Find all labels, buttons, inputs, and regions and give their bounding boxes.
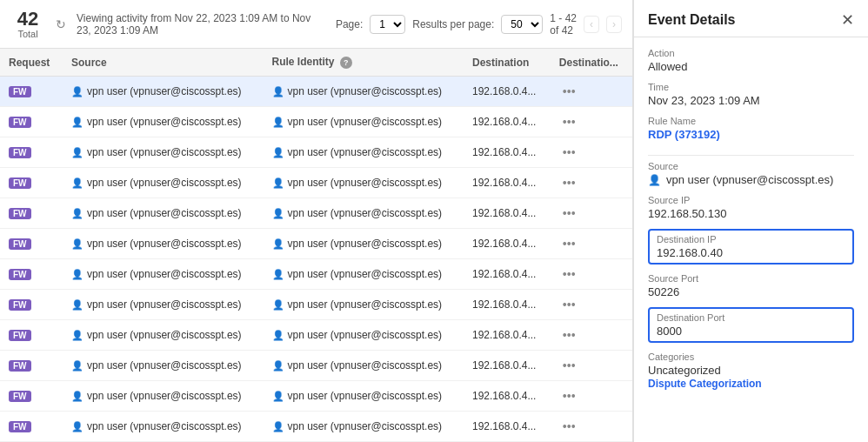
row-more-button[interactable]: ••• xyxy=(559,296,579,313)
ip-text: 192.168.0.4... xyxy=(472,359,536,372)
fw-badge: FW xyxy=(9,269,31,280)
table-row[interactable]: FW 👤vpn user (vpnuser@ciscosspt.es) 👤vpn… xyxy=(0,351,632,381)
cell-source: 👤vpn user (vpnuser@ciscosspt.es) xyxy=(63,351,264,381)
table-row[interactable]: FW 👤vpn user (vpnuser@ciscosspt.es) 👤vpn… xyxy=(0,229,632,259)
viewing-text: Viewing activity from Nov 22, 2023 1:09 … xyxy=(77,12,325,37)
rule-name-field: Rule Name RDP (373192) xyxy=(648,116,854,141)
table-row[interactable]: FW 👤vpn user (vpnuser@ciscosspt.es) 👤vpn… xyxy=(0,77,632,107)
rule-user-icon: 👤 xyxy=(272,147,284,157)
row-more-button[interactable]: ••• xyxy=(559,235,579,252)
refresh-icon[interactable]: ↻ xyxy=(56,17,66,31)
row-more-button[interactable]: ••• xyxy=(559,357,579,374)
next-page-button[interactable]: › xyxy=(606,16,622,33)
cell-destination: 192.168.0.4... xyxy=(464,412,551,442)
cell-destination-extra: ••• xyxy=(551,412,632,442)
source-label: Source xyxy=(648,161,854,171)
action-label: Action xyxy=(648,48,854,58)
row-more-button[interactable]: ••• xyxy=(559,204,579,222)
cell-destination: 192.168.0.4... xyxy=(464,168,551,198)
rule-user-icon: 👤 xyxy=(272,421,284,432)
cell-destination: 192.168.0.4... xyxy=(464,107,551,137)
user-icon: 👤 xyxy=(71,360,83,371)
cell-badge: FW xyxy=(0,320,63,351)
table-row[interactable]: FW 👤vpn user (vpnuser@ciscosspt.es) 👤vpn… xyxy=(0,290,632,320)
cell-source: 👤vpn user (vpnuser@ciscosspt.es) xyxy=(63,290,264,320)
cell-rule: 👤vpn user (vpnuser@ciscosspt.es) xyxy=(264,77,464,107)
cell-destination-extra: ••• xyxy=(551,198,632,229)
dest-port-value: 8000 xyxy=(657,325,845,338)
dest-ip-value: 192.168.0.40 xyxy=(657,246,845,259)
prev-page-button[interactable]: ‹ xyxy=(584,16,599,33)
row-more-button[interactable]: ••• xyxy=(559,83,579,100)
total-number: 42 xyxy=(17,10,38,29)
panel-header: Event Details ✕ xyxy=(634,0,868,37)
panel-body: Action Allowed Time Nov 23, 2023 1:09 AM… xyxy=(634,37,868,409)
fw-badge: FW xyxy=(9,421,31,432)
col-source: Source xyxy=(63,49,264,77)
row-more-button[interactable]: ••• xyxy=(559,418,579,435)
table-row[interactable]: FW 👤vpn user (vpnuser@ciscosspt.es) 👤vpn… xyxy=(0,259,632,290)
rule-identity-help-icon[interactable]: ? xyxy=(340,57,352,69)
fw-badge: FW xyxy=(9,238,31,250)
cell-source: 👤vpn user (vpnuser@ciscosspt.es) xyxy=(63,168,264,198)
time-field: Time Nov 23, 2023 1:09 AM xyxy=(648,82,854,107)
table-row[interactable]: FW 👤vpn user (vpnuser@ciscosspt.es) 👤vpn… xyxy=(0,381,632,412)
source-ip-value: 192.168.50.130 xyxy=(648,207,854,220)
cell-badge: FW xyxy=(0,137,63,168)
row-more-button[interactable]: ••• xyxy=(559,326,579,344)
cell-destination: 192.168.0.4... xyxy=(464,259,551,290)
cell-badge: FW xyxy=(0,229,63,259)
time-label: Time xyxy=(648,82,854,92)
cell-source: 👤vpn user (vpnuser@ciscosspt.es) xyxy=(63,412,264,442)
rule-user-icon: 👤 xyxy=(272,86,284,97)
table-row[interactable]: FW 👤vpn user (vpnuser@ciscosspt.es) 👤vpn… xyxy=(0,168,632,198)
cell-badge: FW xyxy=(0,168,63,198)
user-icon: 👤 xyxy=(71,117,83,127)
fw-badge: FW xyxy=(9,360,31,372)
source-port-field: Source Port 50226 xyxy=(648,273,854,298)
row-more-button[interactable]: ••• xyxy=(559,265,579,283)
action-value: Allowed xyxy=(648,60,854,73)
cell-destination-extra: ••• xyxy=(551,259,632,290)
cell-destination: 192.168.0.4... xyxy=(464,229,551,259)
table-row[interactable]: FW 👤vpn user (vpnuser@ciscosspt.es) 👤vpn… xyxy=(0,320,632,351)
rule-user-icon: 👤 xyxy=(272,330,284,340)
cell-destination-extra: ••• xyxy=(551,290,632,320)
rule-user-icon: 👤 xyxy=(272,238,284,249)
row-more-button[interactable]: ••• xyxy=(559,144,579,161)
rule-user-icon: 👤 xyxy=(272,391,284,401)
cell-destination-extra: ••• xyxy=(551,351,632,381)
cell-rule: 👤vpn user (vpnuser@ciscosspt.es) xyxy=(264,137,464,168)
row-more-button[interactable]: ••• xyxy=(559,387,579,405)
rule-user-icon: 👤 xyxy=(272,177,284,188)
close-panel-button[interactable]: ✕ xyxy=(841,12,854,28)
pagination-controls: Page: 1 Results per page: 50 1 - 42 of 4… xyxy=(336,12,622,37)
source-user-value: vpn user (vpnuser@ciscosspt.es) xyxy=(666,173,833,186)
results-per-page-select[interactable]: 50 xyxy=(501,15,543,34)
event-details-panel: Event Details ✕ Action Allowed Time Nov … xyxy=(633,0,868,442)
categories-value: Uncategorized xyxy=(648,364,854,377)
cell-rule: 👤vpn user (vpnuser@ciscosspt.es) xyxy=(264,168,464,198)
table-body: FW 👤vpn user (vpnuser@ciscosspt.es) 👤vpn… xyxy=(0,77,632,442)
page-select[interactable]: 1 xyxy=(370,15,405,34)
col-rule-identity: Rule Identity ? xyxy=(264,49,464,77)
table-row[interactable]: FW 👤vpn user (vpnuser@ciscosspt.es) 👤vpn… xyxy=(0,107,632,137)
table-row[interactable]: FW 👤vpn user (vpnuser@ciscosspt.es) 👤vpn… xyxy=(0,412,632,442)
col-destination: Destination xyxy=(464,49,551,77)
source-port-label: Source Port xyxy=(648,273,854,284)
table-row[interactable]: FW 👤vpn user (vpnuser@ciscosspt.es) 👤vpn… xyxy=(0,198,632,229)
source-ip-field: Source IP 192.168.50.130 xyxy=(648,195,854,220)
dispute-categorization-link[interactable]: Dispute Categorization xyxy=(648,378,762,390)
ip-text: 192.168.0.4... xyxy=(472,207,536,219)
dest-ip-highlighted-field: Destination IP 192.168.0.40 xyxy=(648,229,854,265)
table-row[interactable]: FW 👤vpn user (vpnuser@ciscosspt.es) 👤vpn… xyxy=(0,137,632,168)
cell-badge: FW xyxy=(0,259,63,290)
row-more-button[interactable]: ••• xyxy=(559,174,579,191)
fw-badge: FW xyxy=(9,147,31,158)
rule-name-link[interactable]: RDP (373192) xyxy=(648,128,720,141)
categories-field: Categories Uncategorized Dispute Categor… xyxy=(648,352,854,390)
user-icon: 👤 xyxy=(71,330,83,340)
row-more-button[interactable]: ••• xyxy=(559,113,579,131)
user-icon: 👤 xyxy=(71,421,83,432)
range-text: 1 - 42 of 42 xyxy=(550,12,577,37)
